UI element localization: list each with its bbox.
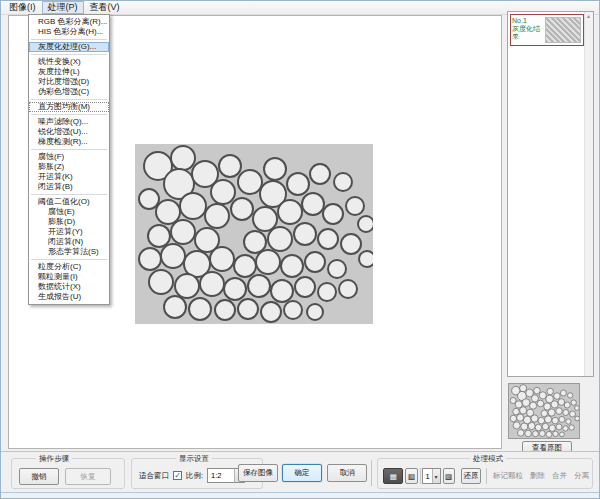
menu-item[interactable]: 膨胀(D) (29, 217, 109, 227)
menu-item[interactable]: 颗粒测量(I) (29, 272, 109, 282)
delete-label[interactable]: 删除 (530, 471, 545, 481)
status-strip (1, 493, 599, 499)
menu-item[interactable]: 腐蚀(E) (29, 207, 109, 217)
result-thumbnail-list[interactable]: No.1 灰度化结果 ▲ (507, 11, 594, 377)
grid-tool-button[interactable]: ▦ (383, 468, 403, 484)
mark-particles-label[interactable]: 标记颗粒 (493, 471, 523, 481)
result-item-line2: 灰度化结果 (512, 25, 542, 41)
zoom-ratio-label: 比例: (186, 471, 203, 481)
menu-item[interactable]: RGB 色彩分离(R)... (29, 17, 109, 27)
menu-item[interactable]: 数据统计(X) (29, 282, 109, 292)
mode-group: 处理模式 ▦ ▧ 1 ▾ ▨ 还原 标记颗粒 删除 合并 分离 (377, 458, 593, 489)
fit-window-checkbox[interactable]: ✓ (173, 471, 182, 480)
erase-tool-button[interactable]: ▨ (443, 468, 455, 484)
history-group-caption: 操作步骤 (36, 454, 72, 464)
menu-processing[interactable]: 处理(P) (42, 1, 84, 14)
pen-size-value: 1 (423, 472, 431, 481)
original-thumbnail-svg (509, 384, 579, 438)
merge-label[interactable]: 合并 (552, 471, 567, 481)
processing-menu: RGB 色彩分离(R)...HIS 色彩分离(H)...灰度化处理(G)...线… (28, 14, 110, 305)
scroll-up-icon[interactable]: ▲ (586, 13, 591, 19)
history-group: 操作步骤 撤销 恢复 (11, 458, 125, 489)
menu-item[interactable]: 直方图均衡(M) (29, 102, 109, 112)
menu-view[interactable]: 查看(V) (84, 1, 126, 14)
select-icon: ▧ (408, 472, 415, 481)
list-scrollbar[interactable]: ▲ (584, 12, 593, 376)
menu-item[interactable]: 闭运算(B) (29, 182, 109, 192)
menu-item[interactable]: 开运算(Y) (29, 227, 109, 237)
tool-divider (486, 468, 487, 484)
menu-separator (31, 99, 107, 100)
menu-item[interactable]: 膨胀(Z) (29, 162, 109, 172)
menu-item[interactable]: 生成报告(U) (29, 292, 109, 302)
split-label[interactable]: 分离 (574, 471, 589, 481)
result-item-label: No.1 灰度化结果 (511, 15, 543, 45)
select-tool-button[interactable]: ▧ (405, 468, 417, 484)
menu-separator (31, 149, 107, 150)
result-item-line1: No.1 (512, 17, 542, 25)
reset-button[interactable]: 还原 (461, 468, 481, 484)
menu-item[interactable]: 锐化增强(U)... (29, 127, 109, 137)
menu-item[interactable]: 灰度化处理(G)... (29, 42, 109, 52)
bottom-command-bar: 操作步骤 撤销 恢复 显示设置 适合窗口 ✓ 比例: 1:2 ▾ 保存图像 确定… (1, 451, 599, 492)
undo-button[interactable]: 撤销 (19, 468, 59, 485)
menu-item[interactable]: 阈值二值化(O) (29, 197, 109, 207)
microsphere-image-svg (135, 144, 373, 324)
menu-item[interactable]: 线性变换(X) (29, 57, 109, 67)
menu-item[interactable]: 伪彩色增强(C) (29, 87, 109, 97)
menu-item[interactable]: 噪声滤除(Q)... (29, 117, 109, 127)
menu-separator (31, 114, 107, 115)
grid-icon: ▦ (390, 472, 397, 481)
save-image-button[interactable]: 保存图像 (238, 464, 278, 482)
cancel-button[interactable]: 取消 (327, 464, 367, 482)
tool-divider (420, 468, 421, 484)
result-list-item-selected[interactable]: No.1 灰度化结果 (510, 14, 584, 46)
toolbar-divider (371, 460, 372, 486)
menu-image[interactable]: 图像(I) (3, 1, 42, 14)
mode-group-caption: 处理模式 (470, 454, 506, 464)
menu-separator (31, 54, 107, 55)
menu-item[interactable]: 灰度拉伸(L) (29, 67, 109, 77)
menu-item[interactable]: 梯度检测(R)... (29, 137, 109, 147)
menu-item[interactable]: 闭运算(N) (29, 237, 109, 247)
menu-separator (31, 259, 107, 260)
redo-button[interactable]: 恢复 (65, 468, 111, 485)
chevron-down-icon[interactable]: ▾ (432, 469, 440, 483)
display-group-caption: 显示设置 (176, 454, 212, 464)
zoom-ratio-value: 1:2 (208, 471, 234, 480)
pen-size-combobox[interactable]: 1 ▾ (422, 468, 440, 484)
original-image-thumbnail[interactable] (508, 383, 580, 439)
menu-item[interactable]: 对比度增强(D) (29, 77, 109, 87)
ok-button[interactable]: 确定 (282, 464, 322, 482)
microsphere-image (135, 144, 373, 324)
menu-separator (31, 39, 107, 40)
menu-item[interactable]: HIS 色彩分离(H)... (29, 27, 109, 37)
menu-separator (31, 194, 107, 195)
app-window: 图像(I) 处理(P) 查看(V) RGB 色彩分离(R)...HIS 色彩分离… (0, 0, 600, 499)
menu-item[interactable]: 粒度分析(C) (29, 262, 109, 272)
menu-item[interactable]: 开运算(K) (29, 172, 109, 182)
fit-window-label: 适合窗口 (139, 471, 169, 481)
result-item-thumbnail (545, 17, 581, 43)
erase-icon: ▨ (445, 472, 452, 481)
menu-item[interactable]: 形态学算法(S) (29, 247, 109, 257)
menu-item[interactable]: 腐蚀(F) (29, 152, 109, 162)
